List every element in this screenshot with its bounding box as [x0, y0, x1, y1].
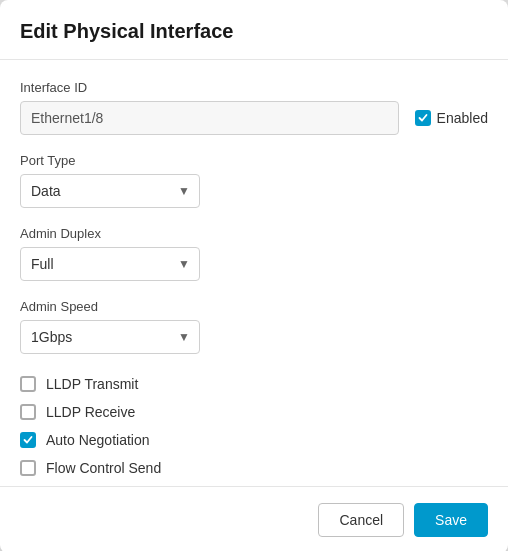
checkboxes-section: LLDP Transmit LLDP Receive Auto Negotiat…	[20, 376, 488, 476]
port-type-label: Port Type	[20, 153, 488, 168]
interface-id-row: Enabled	[20, 101, 488, 135]
lldp-receive-label: LLDP Receive	[46, 404, 135, 420]
flow-control-send-row[interactable]: Flow Control Send	[20, 460, 488, 476]
lldp-receive-row[interactable]: LLDP Receive	[20, 404, 488, 420]
dialog-body: Interface ID Enabled Port Type Data	[0, 60, 508, 486]
admin-speed-select-wrapper: 1Gbps 10Gbps 100Mbps Auto ▼	[20, 320, 200, 354]
port-type-select[interactable]: Data Management HA	[20, 174, 200, 208]
admin-speed-label: Admin Speed	[20, 299, 488, 314]
interface-id-group: Interface ID Enabled	[20, 80, 488, 135]
interface-id-label: Interface ID	[20, 80, 488, 95]
lldp-transmit-checkbox[interactable]	[20, 376, 36, 392]
enabled-checkbox[interactable]	[415, 110, 431, 126]
admin-speed-group: Admin Speed 1Gbps 10Gbps 100Mbps Auto ▼	[20, 299, 488, 354]
dialog-title: Edit Physical Interface	[20, 20, 488, 43]
dialog-header: Edit Physical Interface	[0, 0, 508, 60]
enabled-label-row: Enabled	[415, 110, 488, 126]
auto-negotiation-label: Auto Negotiation	[46, 432, 150, 448]
lldp-transmit-label: LLDP Transmit	[46, 376, 138, 392]
auto-negotiation-checkbox[interactable]	[20, 432, 36, 448]
admin-speed-select[interactable]: 1Gbps 10Gbps 100Mbps Auto	[20, 320, 200, 354]
admin-duplex-select-wrapper: Full Half Auto ▼	[20, 247, 200, 281]
admin-duplex-select[interactable]: Full Half Auto	[20, 247, 200, 281]
admin-duplex-label: Admin Duplex	[20, 226, 488, 241]
admin-duplex-group: Admin Duplex Full Half Auto ▼	[20, 226, 488, 281]
lldp-receive-checkbox[interactable]	[20, 404, 36, 420]
enabled-text: Enabled	[437, 110, 488, 126]
lldp-transmit-row[interactable]: LLDP Transmit	[20, 376, 488, 392]
edit-physical-interface-dialog: Edit Physical Interface Interface ID Ena…	[0, 0, 508, 551]
auto-negotiation-row[interactable]: Auto Negotiation	[20, 432, 488, 448]
port-type-select-wrapper: Data Management HA ▼	[20, 174, 200, 208]
save-button[interactable]: Save	[414, 503, 488, 537]
cancel-button[interactable]: Cancel	[318, 503, 404, 537]
dialog-footer: Cancel Save	[0, 486, 508, 551]
interface-id-input[interactable]	[20, 101, 399, 135]
flow-control-send-label: Flow Control Send	[46, 460, 161, 476]
flow-control-send-checkbox[interactable]	[20, 460, 36, 476]
port-type-group: Port Type Data Management HA ▼	[20, 153, 488, 208]
